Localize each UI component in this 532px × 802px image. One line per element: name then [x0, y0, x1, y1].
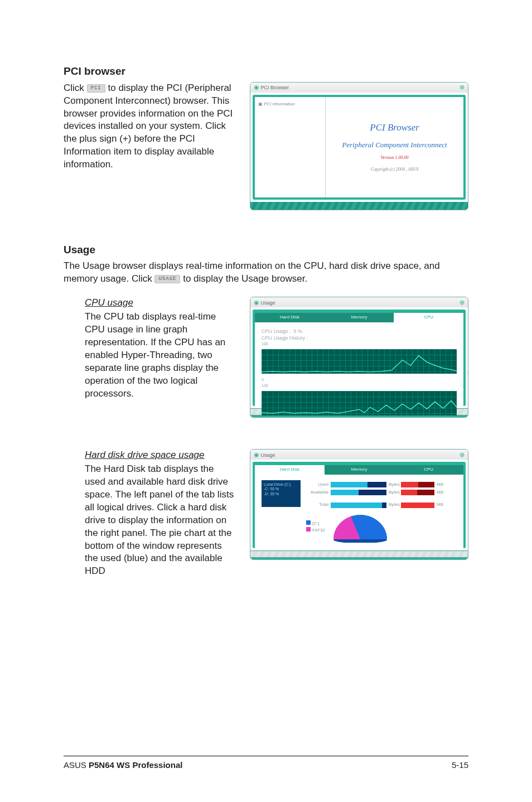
hdd-pie-legend: [C:] FAT32	[306, 520, 325, 534]
cpu-history-label: CPU Usage History :	[262, 335, 457, 341]
pci-window-wrap: ◉ PCI Browser ⊗ PCI Information PCI Brow…	[250, 82, 468, 210]
window-orb-icon: ◉	[254, 84, 259, 90]
pci-window-title: PCI Browser	[261, 85, 289, 90]
hdd-text: The Hard Disk tab displays the used and …	[85, 463, 234, 578]
cpu-window: ◉ Usage ⊗ Hard Disk Memory CPU CPU Usage…	[250, 297, 468, 418]
hdd-pie-wrap: [C:] FAT32	[306, 511, 457, 543]
hdd-pie-chart	[330, 511, 391, 543]
window-orb-icon: ◉	[254, 451, 259, 458]
hdd-area: Local Drive (C:) -C: 50 % -D: 30 % Used …	[255, 475, 463, 548]
cpu-window-title: Usage	[261, 300, 275, 306]
tab-cpu[interactable]: CPU	[394, 465, 463, 475]
hdd-total-redbar	[401, 503, 434, 508]
tab-memory[interactable]: Memory	[325, 465, 394, 475]
pci-window-titlebar: ◉ PCI Browser ⊗	[250, 83, 468, 93]
hdd-window-body: Hard Disk Memory CPU Local Drive (C:) -C…	[253, 462, 466, 548]
footer-product: ASUS P5N64 WS Professional	[64, 760, 182, 771]
pci-row: Click PCI to display the PCI (Peripheral…	[64, 82, 468, 210]
cpu-block: CPU usage The CPU tab displays real-time…	[64, 297, 468, 418]
window-orb-icon: ◉	[254, 299, 259, 306]
hdd-total-bar-unit: Bytes	[389, 502, 399, 508]
cpu-graph-1	[262, 349, 457, 374]
hdd-total-bar	[331, 503, 386, 508]
hdd-window-title: Usage	[261, 452, 275, 458]
hdd-used-label: Used	[306, 482, 328, 488]
pci-text-part1: Click	[64, 83, 87, 93]
footer-brand: ASUS	[64, 760, 89, 770]
tab-hard-disk[interactable]: Hard Disk	[255, 313, 325, 322]
cpu-area: CPU Usage : 5 % CPU Usage History : 100 …	[255, 322, 463, 406]
footer-page-number: 5-15	[452, 760, 468, 771]
hdd-used-bar	[331, 482, 386, 487]
usage-icon-button[interactable]: USAGE	[154, 275, 180, 283]
usage-section: Usage The Usage browser displays real-ti…	[64, 243, 468, 578]
hdd-row-used: Used Bytes MB	[306, 482, 457, 488]
legend-swatch-pink	[306, 527, 311, 532]
cpu-graph2-pct: 18 %	[467, 370, 468, 376]
hdd-total-mb-unit: MB	[437, 502, 447, 508]
page-footer: ASUS P5N64 WS Professional 5-15	[64, 756, 468, 771]
tab-memory[interactable]: Memory	[325, 313, 394, 322]
tab-cpu[interactable]: CPU	[394, 313, 463, 322]
close-icon[interactable]: ⊗	[460, 298, 465, 307]
hdd-avail-redbar	[401, 490, 434, 495]
cpu-window-body: Hard Disk Memory CPU CPU Usage : 5 % CPU…	[253, 310, 466, 406]
usage-intro-part2: to display the Usage browser.	[183, 273, 307, 284]
usage-heading: Usage	[64, 243, 468, 257]
hdd-avail-bar	[331, 490, 386, 495]
close-icon[interactable]: ⊗	[460, 451, 465, 459]
cpu-window-titlebar: ◉ Usage ⊗	[250, 297, 468, 307]
pci-splash-title: PCI Browser	[370, 122, 419, 134]
usage-intro: The Usage browser displays real-time inf…	[64, 260, 468, 286]
pci-text: Click PCI to display the PCI (Peripheral…	[64, 82, 234, 172]
legend-drive: [C:]	[312, 521, 319, 526]
legend-swatch-blue	[306, 520, 311, 525]
hdd-total-label: Total	[306, 502, 328, 508]
hdd-window-titlebar: ◉ Usage ⊗	[250, 450, 468, 460]
pci-tree[interactable]: PCI Information	[255, 97, 326, 197]
hdd-drive-list[interactable]: Local Drive (C:) -C: 50 % -D: 30 %	[262, 480, 301, 507]
cpu-usage-value: 5 %	[294, 328, 303, 334]
cpu-window-wrap: ◉ Usage ⊗ Hard Disk Memory CPU CPU Usage…	[250, 297, 468, 418]
hdd-used-redbar	[401, 482, 434, 487]
cpu-text-col: CPU usage The CPU tab displays real-time…	[64, 297, 234, 400]
hdd-block: Hard disk drive space usage The Hard Dis…	[64, 449, 468, 578]
pci-section: PCI browser Click PCI to display the PCI…	[64, 64, 468, 210]
pci-splash-subtitle: Peripheral Component Interconnect	[342, 140, 447, 150]
pci-icon-button[interactable]: PCI	[87, 84, 105, 93]
hdd-text-col: Hard disk drive space usage The Hard Dis…	[64, 449, 234, 578]
hdd-drive-line[interactable]: -C: 50 %	[264, 487, 298, 491]
tab-hard-disk[interactable]: Hard Disk	[255, 465, 325, 475]
legend-fs: FAT32	[312, 528, 325, 533]
footer-product-name: P5N64 WS Professional	[89, 760, 182, 770]
hdd-drive-line[interactable]: -D: 30 %	[264, 492, 298, 496]
pci-copyright: Copyright (c) 2004 , ASUS	[371, 167, 419, 173]
window-resize-grip	[250, 550, 468, 559]
hdd-subhead: Hard disk drive space usage	[85, 449, 234, 462]
hdd-window-wrap: ◉ Usage ⊗ Hard Disk Memory CPU Local Dri…	[250, 449, 468, 560]
pci-version: Version 1.00.00	[381, 155, 409, 161]
hdd-drive-line[interactable]: Local Drive (C:)	[264, 482, 298, 487]
cpu-text: The CPU tab displays real-time CPU usage…	[85, 311, 234, 400]
cpu-subhead: CPU usage	[85, 297, 234, 310]
hdd-details: Used Bytes MB Available Bytes	[306, 480, 457, 543]
hdd-avail-bar-unit: Bytes	[389, 490, 399, 496]
hdd-row-total: Total Bytes MB	[306, 502, 457, 508]
pci-text-part2: to display the PCI (Peripheral Component…	[64, 83, 233, 170]
pci-window: ◉ PCI Browser ⊗ PCI Information PCI Brow…	[250, 82, 468, 210]
pci-tree-item[interactable]: PCI Information	[258, 102, 322, 108]
hdd-avail-label: Available	[306, 490, 328, 496]
close-icon[interactable]: ⊗	[460, 83, 465, 91]
cpu-usage-label: CPU Usage :	[262, 328, 291, 334]
pci-splash: PCI Browser Peripheral Component Interco…	[326, 97, 463, 197]
window-resize-grip	[250, 202, 468, 210]
cpu-tabs: Hard Disk Memory CPU	[255, 312, 463, 322]
pci-window-body: PCI Information PCI Browser Peripheral C…	[253, 95, 466, 200]
hdd-window: ◉ Usage ⊗ Hard Disk Memory CPU Local Dri…	[250, 449, 468, 560]
hdd-used-bar-unit: Bytes	[389, 482, 399, 488]
hdd-tabs: Hard Disk Memory CPU	[255, 464, 463, 475]
pci-heading: PCI browser	[64, 64, 468, 79]
hdd-avail-mb-unit: MB	[437, 490, 447, 496]
hdd-used-mb-unit: MB	[437, 482, 447, 488]
hdd-row-avail: Available Bytes MB	[306, 490, 457, 496]
